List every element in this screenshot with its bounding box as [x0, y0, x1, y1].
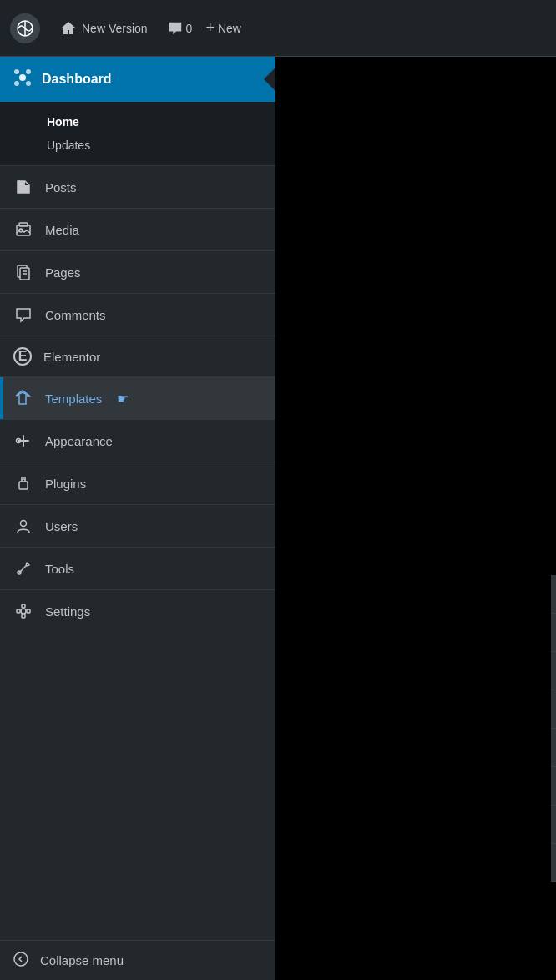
sidebar-item-pages[interactable]: Pages	[0, 250, 275, 293]
users-icon	[13, 516, 33, 536]
elementor-label: Elementor	[43, 350, 100, 364]
new-content-link[interactable]: + New	[205, 19, 241, 37]
comments-link[interactable]: 0	[168, 21, 193, 36]
svg-rect-18	[19, 482, 28, 489]
cursor-indicator: ☛	[117, 391, 129, 407]
tools-icon	[13, 558, 33, 578]
submenu-kit-library[interactable]: Kit Library	[551, 767, 556, 806]
sidebar-item-settings[interactable]: Settings	[0, 589, 275, 632]
svg-rect-9	[19, 223, 28, 226]
submenu-categories[interactable]: Categories	[551, 844, 556, 882]
sidebar-item-elementor[interactable]: E Elementor	[0, 336, 275, 376]
sidebar-item-home[interactable]: Home	[47, 110, 275, 134]
plugins-label: Plugins	[45, 477, 86, 491]
media-icon	[13, 220, 33, 240]
submenu-add-new[interactable]: Add New	[551, 806, 556, 844]
sidebar-item-appearance[interactable]: Appearance	[0, 419, 275, 462]
svg-rect-25	[17, 609, 20, 613]
submenu-floating-elements-wrapper: Floating Elements	[551, 729, 556, 767]
submenu-theme-builder[interactable]: Theme Builder	[551, 652, 556, 690]
dashboard-label: Dashboard	[42, 72, 112, 87]
submenu-saved-templates[interactable]: Saved Templates	[551, 575, 556, 614]
submenu-popups[interactable]: Popups	[551, 614, 556, 652]
comments-sidebar-icon	[13, 305, 33, 325]
main-layout: Dashboard Home Updates Posts	[0, 57, 556, 980]
settings-icon	[13, 601, 33, 621]
svg-point-2	[14, 69, 19, 74]
dashboard-icon	[13, 68, 32, 90]
admin-bar: New Version 0 + New	[0, 0, 556, 57]
templates-icon	[13, 388, 33, 408]
svg-point-4	[14, 81, 19, 86]
appearance-icon	[13, 431, 33, 451]
posts-label: Posts	[45, 180, 77, 194]
sidebar-item-updates[interactable]: Updates	[47, 134, 275, 157]
svg-point-3	[26, 69, 31, 74]
comments-label: Comments	[45, 308, 106, 322]
templates-label: Templates	[45, 391, 102, 406]
comment-count: 0	[186, 22, 193, 35]
sidebar-item-posts[interactable]: Posts	[0, 165, 275, 208]
svg-rect-26	[27, 609, 30, 613]
svg-point-1	[19, 74, 26, 81]
sidebar-item-tools[interactable]: Tools	[0, 547, 275, 589]
svg-point-5	[26, 81, 31, 86]
settings-label: Settings	[45, 604, 90, 619]
site-title: New Version	[82, 22, 148, 35]
svg-rect-23	[22, 604, 25, 608]
media-label: Media	[45, 223, 79, 237]
tools-label: Tools	[45, 562, 74, 576]
plugins-icon	[13, 473, 33, 493]
submenu-floating-elements[interactable]: Floating Elements	[551, 729, 556, 767]
home-link[interactable]: New Version	[53, 17, 154, 40]
templates-submenu: Saved Templates Popups Theme Builder Lan…	[551, 575, 556, 882]
content-area: Saved Templates Popups Theme Builder Lan…	[275, 57, 556, 980]
new-label: New	[218, 22, 241, 35]
svg-point-27	[21, 609, 26, 614]
dashboard-submenu: Home Updates	[0, 102, 275, 165]
wordpress-logo[interactable]	[10, 13, 40, 43]
sidebar-item-dashboard[interactable]: Dashboard	[0, 57, 275, 102]
submenu-landing-pages[interactable]: Landing Pages	[551, 690, 556, 729]
sidebar-item-users[interactable]: Users	[0, 504, 275, 547]
posts-icon	[13, 177, 33, 197]
sidebar-item-media[interactable]: Media	[0, 208, 275, 250]
svg-point-28	[14, 952, 28, 966]
sidebar-item-comments[interactable]: Comments	[0, 293, 275, 336]
collapse-menu-button[interactable]: Collapse menu	[0, 940, 275, 980]
svg-point-21	[21, 521, 27, 527]
pages-label: Pages	[45, 265, 81, 280]
svg-rect-24	[22, 614, 25, 618]
pages-icon	[13, 262, 33, 282]
sidebar: Dashboard Home Updates Posts	[0, 57, 275, 980]
elementor-icon: E	[13, 347, 32, 366]
plus-icon: +	[205, 19, 215, 37]
sidebar-item-plugins[interactable]: Plugins	[0, 462, 275, 504]
sidebar-item-templates[interactable]: Templates ☛	[0, 376, 275, 419]
collapse-icon	[13, 952, 28, 969]
users-label: Users	[45, 519, 78, 533]
appearance-label: Appearance	[45, 434, 113, 448]
collapse-label: Collapse menu	[40, 953, 124, 967]
